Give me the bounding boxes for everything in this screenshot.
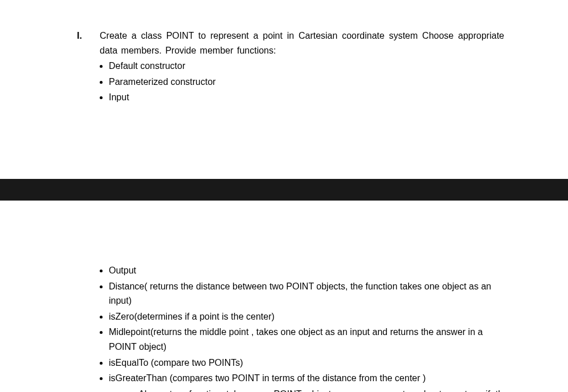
intro-text: Create a class POINT to represent a poin… xyxy=(100,28,504,58)
list-item: isEqualTo (compare two POINTs) xyxy=(109,356,508,370)
document-upper-section: I. Create a class POINT to represent a p… xyxy=(0,0,568,123)
list-item: Default constructor xyxy=(109,59,504,74)
list-item: isZero(determines if a point is the cent… xyxy=(109,309,508,324)
list-item: Output xyxy=(109,263,508,278)
sub-bullet-list: Above two function takes one POINT objec… xyxy=(77,387,508,392)
page-divider-bar xyxy=(0,179,568,201)
sub-list-item: Above two function takes one POINT objec… xyxy=(138,387,508,392)
bottom-bullet-list: Output Distance( returns the distance be… xyxy=(77,263,508,386)
list-item: Input xyxy=(109,90,504,105)
numeral-label: I. xyxy=(77,28,100,58)
list-item: Distance( returns the distance between t… xyxy=(109,279,508,308)
numbered-intro: I. Create a class POINT to represent a p… xyxy=(77,28,504,58)
list-item: isGreaterThan (compares two POINT in ter… xyxy=(109,371,508,386)
document-lower-section: Output Distance( returns the distance be… xyxy=(0,263,568,392)
list-item: Parameterized constructor xyxy=(109,75,504,89)
top-bullet-list: Default constructor Parameterized constr… xyxy=(77,59,504,105)
list-item: Midlepoint(returns the middle point , ta… xyxy=(109,325,508,354)
